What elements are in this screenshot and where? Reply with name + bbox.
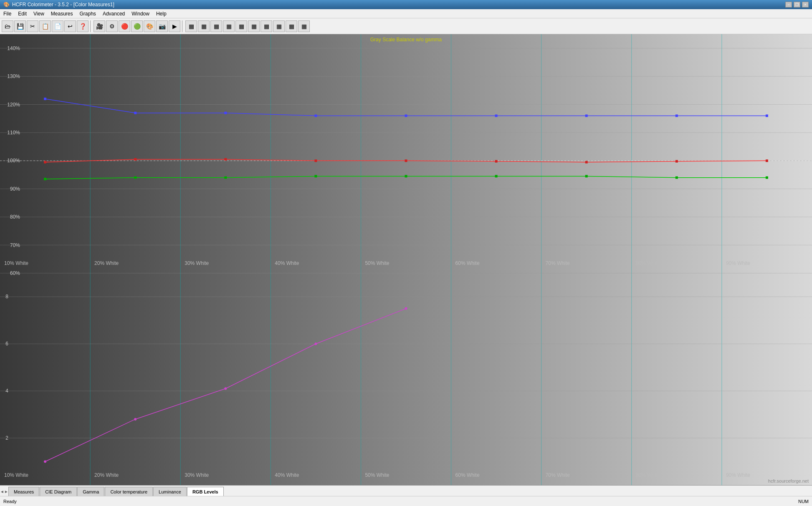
toolbar-separator [182,20,184,32]
num-indicator: NUM [798,499,809,504]
chart-canvas [0,34,812,485]
chart-area: Gray Scale Balance w/o gamma hcfr.source… [0,34,812,485]
toolbar-button-14[interactable]: ▶ [169,20,180,32]
toolbar-button-25[interactable]: ▦ [298,20,310,32]
toolbar-button-13[interactable]: 📷 [156,20,168,32]
toolbar-button-11[interactable]: 🟢 [131,20,143,32]
tab-luminance[interactable]: Luminance [153,487,187,496]
menu-item-window[interactable]: Window [128,9,153,18]
titlebar-title: HCFR Colorimeter - 3.5.2 - [Color Measur… [12,2,114,8]
toolbar-button-4[interactable]: 📄 [52,20,63,32]
tab-gamma[interactable]: Gamma [77,487,104,496]
main-chart: Gray Scale Balance w/o gamma hcfr.source… [0,34,812,485]
toolbar-button-3[interactable]: 📋 [39,20,51,32]
menubar: FileEditViewMeasuresGraphsAdvancedWindow… [0,9,812,18]
toolbar-button-2[interactable]: ✂ [27,20,38,32]
toolbar-button-22[interactable]: ▦ [261,20,272,32]
titlebar-left: 🎨 HCFR Colorimeter - 3.5.2 - [Color Meas… [3,2,114,8]
tab-nav-right[interactable]: ► [4,487,8,496]
toolbar-button-5[interactable]: ↩ [64,20,76,32]
toolbar-button-24[interactable]: ▦ [286,20,297,32]
toolbar-button-0[interactable]: 🗁 [2,20,13,32]
titlebar: 🎨 HCFR Colorimeter - 3.5.2 - [Color Meas… [0,0,812,9]
toolbar-button-9[interactable]: ⚙ [106,20,118,32]
tab-color-temperature[interactable]: Color temperature [105,487,153,496]
menu-item-measures[interactable]: Measures [48,9,76,18]
toolbar-button-17[interactable]: ▦ [198,20,210,32]
toolbar-button-21[interactable]: ▦ [248,20,260,32]
restore-button[interactable]: ❐ [794,2,800,8]
tab-nav-left[interactable]: ◄ [0,487,4,496]
tabbar: ◄►MeasuresCIE DiagramGammaColor temperat… [0,485,812,496]
tab-cie-diagram[interactable]: CIE Diagram [40,487,77,496]
menu-item-advanced[interactable]: Advanced [99,9,128,18]
toolbar-button-12[interactable]: 🎨 [144,20,155,32]
tab-rgb-levels[interactable]: RGB Levels [187,487,224,496]
toolbar-button-8[interactable]: 🎥 [94,20,105,32]
menu-item-file[interactable]: File [0,9,15,18]
close-button[interactable]: × [802,2,809,8]
menu-item-view[interactable]: View [30,9,48,18]
toolbar-button-20[interactable]: ▦ [235,20,247,32]
toolbar-button-23[interactable]: ▦ [273,20,285,32]
toolbar: 🗁💾✂📋📄↩❓🎥⚙🔴🟢🎨📷▶▦▦▦▦▦▦▦▦▦▦ [0,18,812,34]
titlebar-controls[interactable]: − ❐ × [785,2,809,8]
status-text: Ready [3,499,17,504]
toolbar-button-6[interactable]: ❓ [77,20,89,32]
minimize-button[interactable]: − [785,2,792,8]
menu-item-edit[interactable]: Edit [15,9,30,18]
toolbar-button-19[interactable]: ▦ [223,20,235,32]
app-icon: 🎨 [3,2,10,8]
tab-measures[interactable]: Measures [8,487,39,496]
menu-item-help[interactable]: Help [153,9,170,18]
toolbar-button-1[interactable]: 💾 [14,20,26,32]
toolbar-separator [90,20,92,32]
chart-title: Gray Scale Balance w/o gamma [370,37,442,43]
statusbar: Ready NUM [0,496,812,506]
watermark: hcfr.sourceforge.net [768,478,809,483]
menu-item-graphs[interactable]: Graphs [76,9,99,18]
toolbar-button-16[interactable]: ▦ [185,20,197,32]
toolbar-button-18[interactable]: ▦ [210,20,222,32]
toolbar-button-10[interactable]: 🔴 [119,20,130,32]
